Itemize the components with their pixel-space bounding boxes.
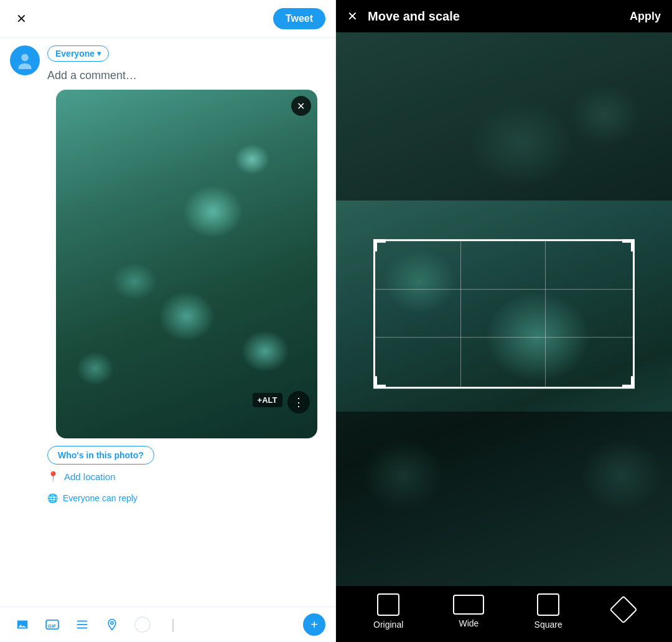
image-overlay	[56, 90, 317, 438]
character-count-circle	[134, 616, 151, 633]
plus-icon: +	[310, 618, 318, 632]
editor-header: ✕ Move and scale Apply	[336, 0, 672, 32]
location-pin-icon: 📍	[47, 471, 59, 482]
list-icon	[75, 618, 89, 631]
location-button[interactable]	[100, 612, 124, 637]
image-attachment: ✕ +ALT ⋮	[56, 90, 317, 438]
audience-label: Everyone	[55, 49, 95, 59]
original-crop-icon	[377, 593, 399, 616]
gif-button[interactable]: GIF	[40, 612, 65, 637]
composer-top: Everyone ▾ Add a comment… ✕ +ALT ⋮	[10, 45, 325, 508]
alt-text-button[interactable]: +ALT	[253, 393, 282, 407]
everyone-reply-label: Everyone can reply	[63, 493, 138, 503]
who-in-photo-button[interactable]: Who's in this photo?	[47, 446, 154, 465]
compose-panel: ✕ Tweet Everyone ▾ Add a comment…	[0, 0, 336, 642]
image-more-button[interactable]: ⋮	[287, 391, 310, 413]
crop-overlay[interactable]	[373, 239, 635, 389]
darken-bottom	[336, 412, 672, 586]
square-crop-icon	[537, 593, 559, 616]
image-icon	[16, 618, 29, 631]
ellipsis-icon: ⋮	[293, 395, 304, 409]
chevron-down-icon: ▾	[97, 49, 101, 58]
wide-crop-option[interactable]: Wide	[453, 595, 484, 628]
wide-crop-label: Wide	[459, 618, 479, 628]
globe-icon: 🌐	[47, 493, 58, 503]
apply-button[interactable]: Apply	[630, 10, 661, 23]
editor-title: Move and scale	[368, 9, 630, 24]
crop-corner-br[interactable]	[622, 376, 635, 389]
original-crop-option[interactable]: Original	[373, 593, 403, 630]
wide-crop-icon	[453, 595, 484, 615]
square-crop-option[interactable]: Square	[534, 593, 562, 630]
crop-grid-h2	[375, 337, 633, 338]
crop-grid-v2	[545, 241, 546, 387]
image-background	[56, 90, 317, 438]
composer-area: Everyone ▾ Add a comment… ✕ +ALT ⋮	[0, 38, 335, 607]
original-crop-label: Original	[373, 620, 403, 630]
darken-top	[336, 32, 672, 201]
location-icon	[106, 618, 118, 631]
avatar	[10, 45, 40, 75]
audience-selector-button[interactable]: Everyone ▾	[47, 45, 109, 62]
composer-right: Everyone ▾ Add a comment… ✕ +ALT ⋮	[47, 45, 325, 508]
close-editor-button[interactable]: ✕	[347, 9, 358, 24]
diamond-crop-icon	[609, 595, 637, 623]
svg-point-0	[21, 54, 29, 62]
divider-line: |	[161, 612, 185, 637]
custom-crop-option[interactable]	[612, 598, 635, 625]
svg-point-8	[111, 621, 113, 624]
svg-text:GIF: GIF	[48, 623, 57, 629]
remove-image-button[interactable]: ✕	[291, 96, 311, 116]
tweet-button[interactable]: Tweet	[273, 8, 325, 29]
square-crop-label: Square	[534, 620, 562, 630]
compose-toolbar: GIF | +	[0, 607, 335, 642]
everyone-can-reply[interactable]: 🌐 Everyone can reply	[47, 488, 325, 508]
svg-point-1	[19, 64, 32, 69]
comment-placeholder[interactable]: Add a comment…	[47, 67, 325, 90]
add-location-label: Add location	[64, 471, 116, 482]
add-location-button[interactable]: 📍 Add location	[47, 465, 325, 488]
avatar-icon	[16, 52, 34, 69]
crop-corner-bl[interactable]	[373, 376, 386, 389]
crop-grid-h1	[375, 289, 633, 290]
svg-point-2	[19, 622, 21, 624]
crop-corner-tr[interactable]	[622, 239, 635, 252]
compose-header: ✕ Tweet	[0, 0, 335, 38]
editor-canvas[interactable]	[336, 32, 672, 586]
image-editor-panel: ✕ Move and scale Apply Original	[336, 0, 672, 642]
list-button[interactable]	[70, 612, 95, 637]
image-picker-button[interactable]	[10, 612, 35, 637]
crop-options-toolbar: Original Wide Square	[336, 586, 672, 642]
crop-grid-v1	[460, 241, 461, 387]
crop-corner-tl[interactable]	[373, 239, 386, 252]
gif-icon: GIF	[45, 619, 59, 630]
add-tweet-button[interactable]: +	[303, 613, 325, 636]
close-compose-button[interactable]: ✕	[10, 7, 32, 30]
